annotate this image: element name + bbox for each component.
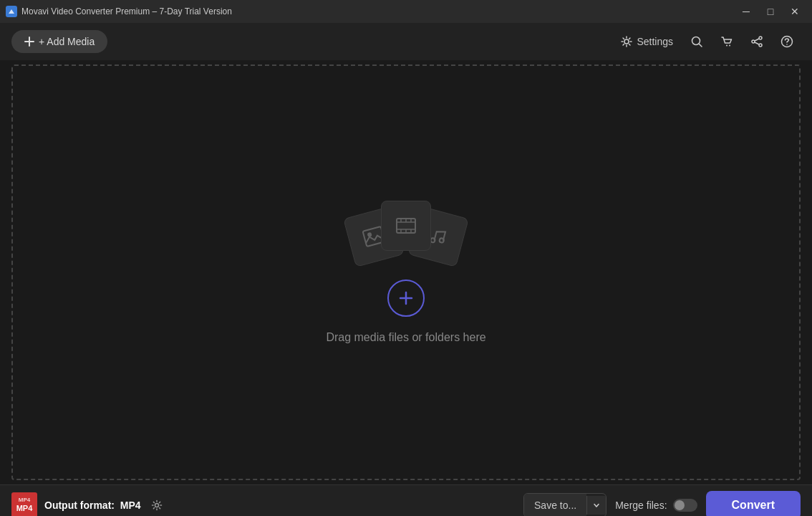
merge-files-section: Merge files:: [615, 499, 697, 512]
title-bar: Movavi Video Converter Premium – 7-Day T…: [0, 0, 812, 23]
toggle-knob: [675, 500, 685, 510]
settings-label: Settings: [637, 36, 673, 47]
app-icon: [6, 6, 17, 17]
add-media-label: + Add Media: [39, 36, 95, 47]
save-to-group: Save to...: [523, 493, 606, 517]
title-bar-title: Movavi Video Converter Premium – 7-Day T…: [21, 6, 232, 16]
svg-line-5: [700, 44, 702, 47]
svg-point-9: [752, 40, 755, 43]
save-to-button[interactable]: Save to...: [524, 494, 586, 517]
share-icon: [750, 35, 763, 48]
cart-icon: [720, 35, 733, 48]
add-circle-icon: [397, 290, 415, 307]
title-bar-controls: ─ □ ✕: [735, 0, 806, 23]
convert-button[interactable]: Convert: [706, 491, 801, 517]
toolbar-left: + Add Media: [11, 30, 107, 53]
output-settings-button[interactable]: [148, 497, 165, 514]
settings-button[interactable]: Settings: [614, 28, 680, 55]
plus-icon: [24, 37, 34, 47]
help-button[interactable]: [773, 28, 801, 55]
media-icons: [349, 201, 463, 265]
help-icon: [780, 35, 793, 48]
svg-line-12: [755, 42, 759, 44]
search-icon: [690, 35, 703, 48]
cart-button[interactable]: [713, 28, 740, 55]
video-icon: [395, 214, 417, 237]
minimize-button[interactable]: ─: [735, 0, 758, 23]
svg-point-6: [726, 45, 728, 47]
output-format-section: MP4 MP4 Output format: MP4: [11, 492, 165, 517]
merge-files-label: Merge files:: [615, 500, 667, 511]
title-bar-left: Movavi Video Converter Premium – 7-Day T…: [6, 6, 232, 17]
close-button[interactable]: ✕: [783, 0, 806, 23]
svg-point-4: [692, 37, 700, 45]
toolbar: + Add Media Settings: [0, 23, 812, 60]
mp4-badge: MP4 MP4: [11, 492, 37, 517]
svg-point-14: [786, 44, 788, 45]
chevron-down-icon: [593, 502, 600, 509]
svg-point-8: [759, 37, 762, 39]
svg-point-27: [439, 238, 444, 243]
save-to-dropdown-button[interactable]: [586, 496, 606, 515]
svg-point-10: [759, 44, 762, 47]
svg-point-30: [155, 503, 158, 507]
add-media-button[interactable]: + Add Media: [11, 30, 107, 53]
maximize-button[interactable]: □: [759, 0, 782, 23]
svg-point-3: [624, 39, 629, 44]
bottom-right-section: Save to... Merge files: Convert: [523, 491, 801, 517]
svg-line-11: [755, 39, 759, 41]
merge-toggle[interactable]: [673, 499, 697, 512]
gear-icon: [151, 500, 163, 511]
svg-point-7: [729, 45, 730, 47]
settings-icon: [621, 36, 632, 47]
toolbar-right: Settings: [614, 28, 801, 55]
output-format-label: Output format: MP4: [44, 500, 141, 511]
video-card: [381, 201, 431, 251]
share-button[interactable]: [743, 28, 770, 55]
bottom-bar: MP4 MP4 Output format: MP4 Save to... Me…: [0, 484, 812, 516]
drag-text: Drag media files or folders here: [326, 331, 485, 344]
search-button[interactable]: [683, 28, 710, 55]
drop-area[interactable]: Drag media files or folders here: [11, 64, 801, 480]
add-files-circle[interactable]: [387, 280, 425, 317]
